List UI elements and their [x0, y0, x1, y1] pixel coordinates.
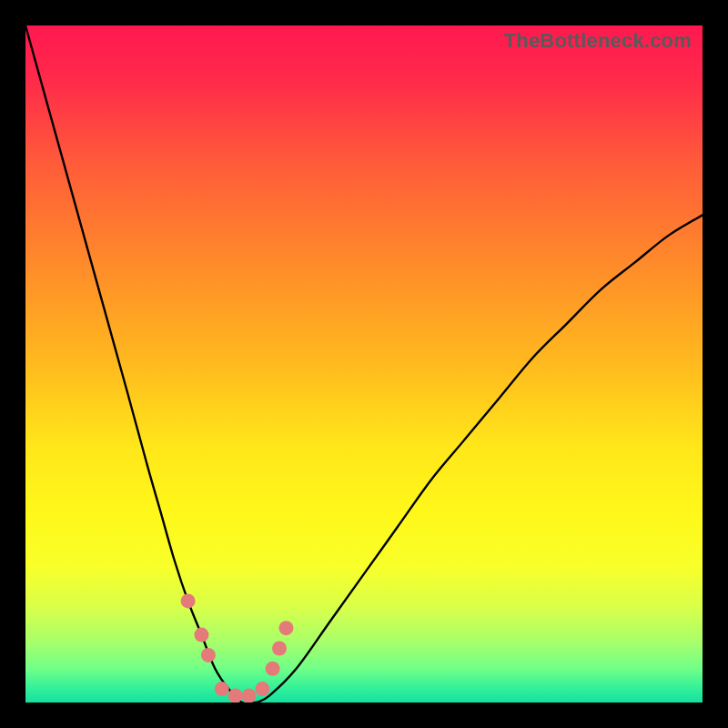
curve-marker — [228, 689, 243, 703]
curve-marker — [255, 682, 269, 696]
curve-marker — [272, 641, 287, 655]
curve-marker — [215, 682, 229, 696]
bottleneck-curve — [25, 25, 703, 703]
curve-marker — [194, 628, 208, 642]
curve-marker — [181, 593, 196, 608]
curve-marker — [242, 689, 257, 703]
plot-area: TheBottleneck.com — [25, 25, 703, 703]
watermark-text: TheBottleneck.com — [504, 29, 692, 53]
curve-marker — [278, 621, 293, 635]
curve-marker — [201, 648, 216, 662]
curve-marker — [266, 662, 280, 676]
curves-layer — [25, 25, 703, 703]
curve-markers — [181, 593, 294, 703]
chart-frame: TheBottleneck.com — [0, 0, 728, 728]
